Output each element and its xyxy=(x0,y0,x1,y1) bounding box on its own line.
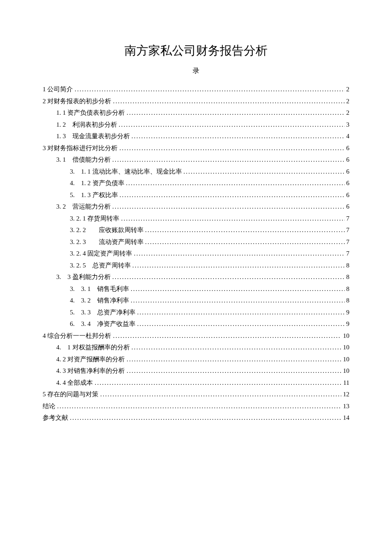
toc-entry-label: 3. 3 盈利能力分析 xyxy=(56,272,111,283)
toc-entry-page: 10 xyxy=(343,331,349,342)
toc-entry-page: 2 xyxy=(346,84,350,95)
toc-entry-page: 4 xyxy=(346,131,350,142)
toc-entry: 3. 3. 1 销售毛利率8 xyxy=(43,284,349,295)
toc-entry: 3. 1. 1 流动比率、速动比率、现金比率6 xyxy=(43,166,349,177)
toc-leader-dots xyxy=(121,213,344,224)
toc-leader-dots xyxy=(119,143,344,154)
toc-leader-dots xyxy=(112,272,345,283)
toc-entry-label: 6. 3. 4 净资产收益率 xyxy=(70,319,135,330)
toc-leader-dots xyxy=(134,248,344,259)
toc-entry: 3. 3 盈利能力分析8 xyxy=(43,272,349,283)
toc-leader-dots xyxy=(137,319,345,330)
toc-leader-dots xyxy=(127,366,341,377)
toc-entry-page: 8 xyxy=(346,272,350,283)
toc-entry: 3. 2. 1 存货周转率7 xyxy=(43,213,349,224)
toc-entry-page: 3 xyxy=(346,119,350,131)
toc-leader-dots xyxy=(113,331,341,342)
toc-leader-dots xyxy=(112,201,345,212)
toc-leader-dots xyxy=(57,401,341,412)
toc-entry: 参考文献14 xyxy=(43,413,349,424)
toc-entry-label: 3. 1. 1 流动比率、速动比率、现金比率 xyxy=(70,166,182,177)
toc-entry-page: 10 xyxy=(343,342,349,353)
toc-entry-page: 6 xyxy=(346,178,350,189)
toc-entry-label: 4. 1 对权益报酬率的分析 xyxy=(56,342,130,353)
toc-entry-label: 3. 2. 2 应收账款周转率 xyxy=(70,225,144,236)
toc-entry-page: 10 xyxy=(343,354,349,365)
toc-entry-page: 6 xyxy=(346,154,350,166)
toc-entry-label: 4. 3 对销售净利率的分析 xyxy=(56,366,125,377)
toc-entry: 3. 2. 5 总资产周转率8 xyxy=(43,260,349,271)
toc-entry-label: 3. 2. 3 流动资产周转率 xyxy=(70,237,144,248)
toc-entry-page: 8 xyxy=(346,295,350,306)
toc-entry-page: 7 xyxy=(346,248,350,259)
toc-entry: 3. 1 偿债能力分析6 xyxy=(43,154,349,166)
toc-leader-dots xyxy=(145,237,345,248)
toc-leader-dots xyxy=(95,378,341,389)
toc-entry: 1. 1 资产负债表初步分析2 xyxy=(43,108,349,119)
toc-entry-label: 5. 1. 3 产权比率 xyxy=(70,190,118,201)
toc-entry: 3. 2. 4 固定资产周转率7 xyxy=(43,248,349,259)
toc-leader-dots xyxy=(131,284,345,295)
toc-entry-label: 3 对财务指标进行对比分析 xyxy=(43,143,118,154)
toc-entry-label: 4. 3. 2 销售净利率 xyxy=(70,295,129,306)
document-title: 南方家私公司财务报告分析 xyxy=(43,43,349,59)
toc-leader-dots xyxy=(100,389,341,400)
toc-entry: 3. 2 营运能力分析6 xyxy=(43,201,349,212)
toc-entry-page: 12 xyxy=(343,389,349,400)
toc-entry: 2 对财务报表的初步分析2 xyxy=(43,96,349,107)
toc-entry: 1. 3 现金流量表初步分析4 xyxy=(43,131,349,142)
toc-entry-page: 8 xyxy=(346,260,350,271)
toc-entry: 1 公司简介2 xyxy=(43,84,349,95)
toc-leader-dots xyxy=(126,178,345,189)
toc-entry-label: 5. 3. 3 总资产净利率 xyxy=(70,307,135,318)
toc-leader-dots xyxy=(113,96,344,107)
toc-entry-label: 2 对财务报表的初步分析 xyxy=(43,96,111,107)
toc-leader-dots xyxy=(132,342,342,353)
toc-entry-page: 6 xyxy=(346,166,350,177)
toc-heading: 录 xyxy=(43,67,349,76)
toc-leader-dots xyxy=(131,295,345,306)
toc-entry-label: 1 公司简介 xyxy=(43,84,73,95)
toc-entry-page: 8 xyxy=(346,284,350,295)
toc-entry-page: 6 xyxy=(346,201,350,212)
toc-entry: 3 对财务指标进行对比分析6 xyxy=(43,143,349,154)
toc-leader-dots xyxy=(184,166,345,177)
toc-entry: 5. 3. 3 总资产净利率9 xyxy=(43,307,349,318)
toc-leader-dots xyxy=(70,413,341,424)
toc-leader-dots xyxy=(145,225,345,236)
toc-entry: 6. 3. 4 净资产收益率9 xyxy=(43,319,349,330)
toc-leader-dots xyxy=(75,84,344,95)
toc-entry: 4 综合分析一一杜邦分析10 xyxy=(43,331,349,342)
toc-entry-page: 6 xyxy=(346,143,350,154)
toc-entry: 1. 2 利润表初步分析3 xyxy=(43,119,349,131)
toc-entry-page: 13 xyxy=(343,401,349,412)
toc-entry-page: 14 xyxy=(343,413,349,424)
toc-entry-label: 4. 1. 2 资产负债率 xyxy=(70,178,124,189)
toc-leader-dots xyxy=(120,190,345,201)
toc-entry: 5. 1. 3 产权比率6 xyxy=(43,190,349,201)
toc-leader-dots xyxy=(127,108,344,119)
toc-entry-label: 1. 2 利润表初步分析 xyxy=(56,119,117,131)
toc-entry-label: 4. 4 全部成本 xyxy=(56,378,93,389)
toc-entry-label: 4. 2 对资产报酬率的分析 xyxy=(56,354,125,365)
toc-entry-page: 2 xyxy=(346,96,350,107)
toc-entry-page: 11 xyxy=(343,378,349,389)
toc-entry-label: 3. 3. 1 销售毛利率 xyxy=(70,284,129,295)
toc-entry-page: 9 xyxy=(346,307,350,318)
toc-entry-page: 10 xyxy=(343,366,349,377)
toc-entry-page: 7 xyxy=(346,237,350,248)
toc-entry: 4. 2 对资产报酬率的分析10 xyxy=(43,354,349,365)
toc-entry-label: 3. 1 偿债能力分析 xyxy=(56,154,111,166)
toc-entry-label: 结论 xyxy=(43,401,55,412)
toc-leader-dots xyxy=(119,119,345,131)
toc-entry-label: 4 综合分析一一杜邦分析 xyxy=(43,331,111,342)
toc-leader-dots xyxy=(133,260,345,271)
toc-entry: 4. 4 全部成本11 xyxy=(43,378,349,389)
toc-entry-label: 参考文献 xyxy=(43,413,68,424)
toc-entry-page: 6 xyxy=(346,190,350,201)
toc-entry-page: 7 xyxy=(346,213,350,224)
toc-entry: 结论13 xyxy=(43,401,349,412)
toc-entry-label: 3. 2. 5 总资产周转率 xyxy=(70,260,131,271)
toc-entry-page: 9 xyxy=(346,319,350,330)
toc-entry: 5 存在的问题与对策12 xyxy=(43,389,349,400)
